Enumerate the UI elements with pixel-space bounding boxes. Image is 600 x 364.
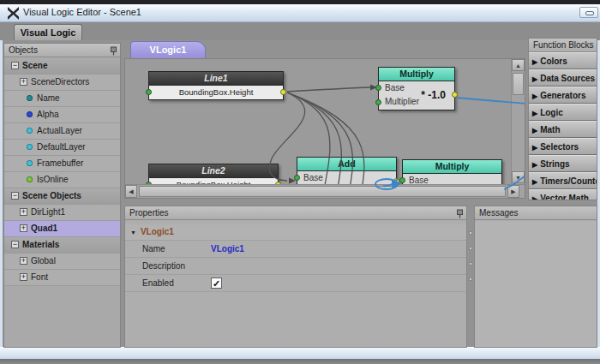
function-block-colors[interactable]: ▶Colors [529,52,597,69]
tree-item-global[interactable]: Global [4,254,120,270]
node-multiply-title: Multiply [379,68,454,81]
tree-item-name[interactable]: Name [4,91,120,107]
canvas-horizontal-scrollbar[interactable]: ◀ ▶ [125,184,525,198]
input-port[interactable] [294,175,300,181]
tree-item-font[interactable]: Font [4,270,120,286]
properties-group-vlogic1[interactable]: VLogic1 [125,224,466,241]
output-port[interactable] [393,178,399,184]
pin-icon[interactable] [456,209,464,218]
property-row-name: Name VLogic1 [125,241,466,258]
objects-panel: Objects Scene SceneDirectors Name Alpha … [3,43,121,348]
panel-splitter[interactable] [468,206,473,348]
scrollbar-thumb[interactable] [139,186,506,197]
node-value: * -1.0 [421,89,446,101]
tree-group-scene-objects[interactable]: Scene Objects [4,188,120,205]
tree-group-materials[interactable]: Materials [4,237,120,254]
scroll-up-icon[interactable]: ▲ [512,59,525,71]
property-label: Description [142,258,185,274]
expand-icon[interactable] [20,224,27,232]
output-port[interactable] [280,89,286,95]
tab-visual-logic[interactable]: Visual Logic [14,24,82,40]
expand-arrow-icon: ▶ [532,195,537,200]
input-label-base: Base [297,171,396,185]
messages-panel-header: Messages [475,206,597,220]
window-title: Visual Logic Editor - Scene1 [23,7,141,17]
collapse-icon[interactable] [11,192,19,200]
tree-item-alpha[interactable]: Alpha [4,107,120,123]
function-block-strings[interactable]: ▶Strings [529,155,597,172]
expand-icon[interactable] [20,273,27,281]
messages-content [475,221,597,347]
name-value-field[interactable]: VLogic1 [211,241,244,257]
minimize-button[interactable] [579,7,598,18]
pin-icon[interactable] [110,46,117,56]
function-block-data-sources[interactable]: ▶Data Sources [529,69,597,87]
input-port[interactable] [375,85,381,91]
input-port[interactable] [399,177,405,183]
tree-item-dirlight1[interactable]: DirLight1 [4,205,120,221]
tree-group-scene[interactable]: Scene [4,58,120,75]
function-blocks-panel: Function Blocks ▶Colors ▶Data Sources ▶G… [528,38,597,200]
node-line1-port-label: BoundingBox.Height [149,86,283,99]
node-graph-canvas[interactable]: Line1 BoundingBox.Height Multiply Base M… [124,58,525,199]
objects-panel-title: Objects [9,45,38,55]
enabled-checkbox[interactable]: ✓ [211,277,222,289]
node-line1[interactable]: Line1 BoundingBox.Height [148,71,284,100]
function-block-generators[interactable]: ▶Generators [529,87,597,104]
node-line1-title: Line1 [149,72,283,86]
property-bullet-icon [27,160,33,166]
expand-arrow-icon: ▶ [532,127,537,134]
tree-item-isonline[interactable]: IsOnline [4,172,120,188]
expand-icon[interactable] [20,208,27,216]
property-bullet-icon [27,144,33,150]
tree-item-framebuffer[interactable]: Framebuffer [4,156,120,172]
expand-icon[interactable] [20,78,27,86]
tree-item-scenedirectors[interactable]: SceneDirectors [4,75,120,91]
expand-arrow-icon: ▶ [532,161,537,169]
expand-icon[interactable] [20,257,27,265]
collapse-icon[interactable] [11,241,19,248]
window-border-left [0,40,3,347]
expand-arrow-icon: ▶ [532,178,537,186]
property-bullet-icon [27,111,33,117]
tree-item-actuallayer[interactable]: ActualLayer [4,123,120,140]
function-block-timers-counters[interactable]: ▶Timers/Counte [529,172,597,189]
property-bullet-icon [27,95,33,101]
function-block-logic[interactable]: ▶Logic [529,104,597,121]
node-multiply-top[interactable]: Multiply Base Multiplier * -1.0 [378,67,455,110]
canvas-tab-vlogic1[interactable]: VLogic1 [130,41,206,58]
input-port[interactable] [146,89,152,95]
scroll-right-icon[interactable]: ▶ [507,185,519,198]
properties-panel: Properties VLogic1 Name VLogic1 Descript… [124,206,467,348]
expand-arrow-icon: ▶ [532,58,537,66]
tab-strip [0,22,600,40]
properties-panel-header: Properties [125,206,466,220]
property-row-description: Description [125,258,466,275]
window-border-bottom [0,347,600,359]
function-block-math[interactable]: ▶Math [529,121,597,138]
node-add-title: Add [297,158,396,171]
node-line2-title: Line2 [149,164,278,178]
output-port[interactable] [452,92,458,98]
visual-logic-editor-window: Visual Logic Editor - Scene1 Visual Logi… [0,0,600,364]
node-multiply-title: Multiply [403,160,501,174]
property-bullet-icon [27,176,33,182]
objects-tree: Scene SceneDirectors Name Alpha ActualLa… [4,58,120,347]
expand-arrow-icon: ▶ [532,110,537,117]
window-edge-bottom [0,359,600,364]
scroll-left-icon[interactable]: ◀ [125,185,137,198]
function-block-selectors[interactable]: ▶Selectors [529,138,597,155]
scrollbar-thumb[interactable] [513,73,524,95]
input-port[interactable] [375,99,381,105]
logic-canvas-area: VLogic1 Line1 BoundingBox.Hei [124,41,525,199]
tree-item-defaultlayer[interactable]: DefaultLayer [4,140,120,156]
app-logo-icon [7,7,20,20]
collapse-icon[interactable] [11,62,19,69]
canvas-vertical-scrollbar[interactable]: ▲ ▼ [511,59,525,184]
scroll-down-icon[interactable]: ▼ [512,171,525,183]
tree-item-quad1-selected[interactable]: Quad1 [4,221,120,237]
function-block-vector-math[interactable]: ▶Vector Math [529,189,597,200]
properties-panel-title: Properties [129,208,169,218]
properties-grid: VLogic1 Name VLogic1 Description Enabled… [125,221,466,347]
property-row-enabled: Enabled ✓ [125,275,466,292]
